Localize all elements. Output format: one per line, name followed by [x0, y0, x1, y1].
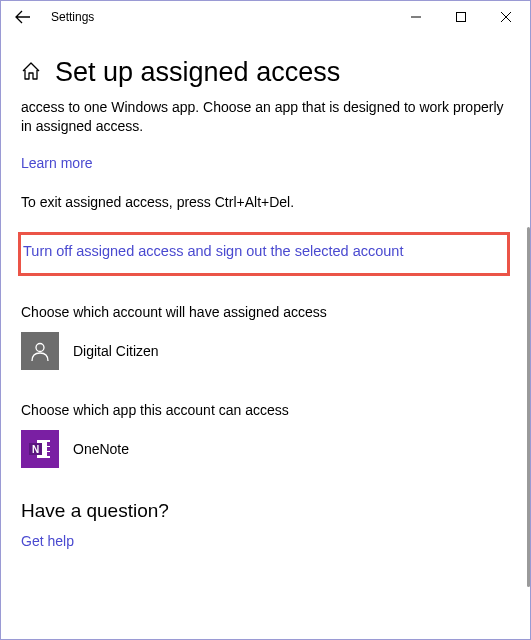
- highlighted-turnoff-box: Turn off assigned access and sign out th…: [18, 232, 510, 276]
- minimize-icon: [411, 12, 421, 22]
- learn-more-link[interactable]: Learn more: [21, 155, 93, 171]
- account-section-label: Choose which account will have assigned …: [21, 304, 510, 320]
- account-item[interactable]: Digital Citizen: [21, 332, 510, 370]
- maximize-icon: [456, 12, 466, 22]
- onenote-icon: N: [27, 436, 53, 462]
- svg-rect-5: [47, 452, 50, 456]
- titlebar: Settings: [1, 1, 530, 33]
- intro-text: access to one Windows app. Choose an app…: [21, 98, 510, 136]
- close-button[interactable]: [483, 1, 528, 33]
- scrollbar[interactable]: [527, 227, 530, 587]
- close-icon: [501, 12, 511, 22]
- app-name: OneNote: [73, 441, 129, 457]
- user-avatar-tile: [21, 332, 59, 370]
- svg-text:N: N: [32, 444, 39, 455]
- turn-off-assigned-access-link[interactable]: Turn off assigned access and sign out th…: [23, 243, 403, 259]
- svg-rect-0: [456, 13, 465, 22]
- question-heading: Have a question?: [21, 500, 510, 522]
- back-arrow-icon: [15, 9, 31, 25]
- svg-point-1: [36, 343, 44, 351]
- content-area: Set up assigned access access to one Win…: [1, 57, 530, 640]
- svg-rect-3: [47, 442, 50, 446]
- window-title: Settings: [51, 10, 393, 24]
- svg-rect-4: [47, 447, 50, 451]
- exit-instruction-text: To exit assigned access, press Ctrl+Alt+…: [21, 193, 510, 212]
- app-item[interactable]: N OneNote: [21, 430, 510, 468]
- get-help-link[interactable]: Get help: [21, 533, 74, 549]
- app-section-label: Choose which app this account can access: [21, 402, 510, 418]
- user-icon: [29, 340, 51, 362]
- back-button[interactable]: [3, 1, 43, 33]
- home-icon: [21, 61, 41, 85]
- app-tile: N: [21, 430, 59, 468]
- maximize-button[interactable]: [438, 1, 483, 33]
- window-controls: [393, 1, 528, 33]
- page-title: Set up assigned access: [55, 57, 340, 88]
- account-name: Digital Citizen: [73, 343, 159, 359]
- minimize-button[interactable]: [393, 1, 438, 33]
- heading-row: Set up assigned access: [21, 57, 510, 88]
